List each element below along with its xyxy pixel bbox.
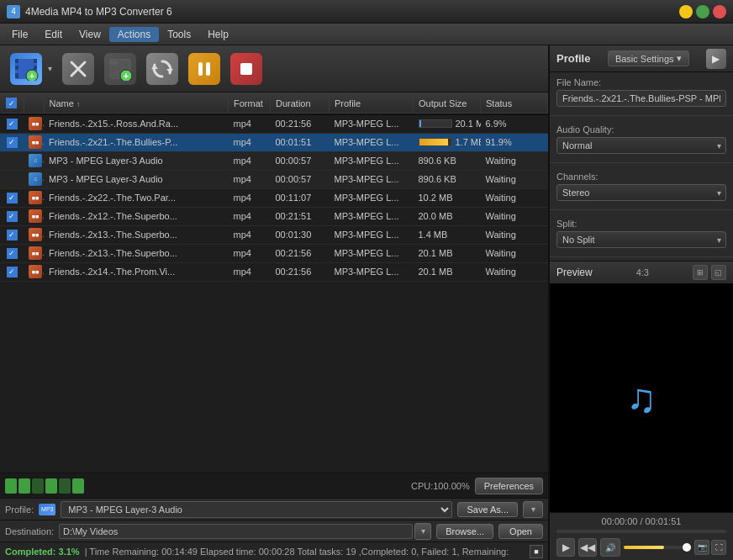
preview-icon-1[interactable]: ⊞ — [693, 265, 708, 280]
seek-bar[interactable] — [556, 530, 726, 533]
volume-fill — [624, 546, 664, 549]
file-size: 890.6 KB — [414, 170, 481, 188]
music-note-icon: ♫ — [626, 375, 657, 421]
menu-tools[interactable]: Tools — [159, 27, 199, 42]
table-row[interactable]: ■■ Friends.-.2x14.-.The.Prom.Vi... mp4 0… — [0, 262, 548, 281]
preview-ratio: 4:3 — [636, 267, 649, 277]
file-profile: MP3-MPEG L... — [330, 225, 414, 244]
destination-input[interactable] — [59, 524, 413, 539]
file-profile: MP3-MPEG L... — [330, 151, 414, 170]
file-name-input[interactable] — [556, 90, 726, 107]
row-checkbox[interactable] — [7, 248, 18, 259]
menu-view[interactable]: View — [71, 27, 109, 42]
volume-knob — [683, 543, 691, 552]
table-row[interactable]: ■■ Friends.-.2x13.-.The.Superbo... mp4 0… — [0, 225, 548, 244]
next-button[interactable]: ▶ — [706, 49, 726, 69]
browse-button[interactable]: Browse... — [436, 524, 493, 539]
table-row[interactable]: ♫ MP3 - MPEG Layer-3 Audio mp4 00:00:57 … — [0, 151, 548, 170]
status-detail-icon[interactable]: ■ — [530, 545, 543, 558]
file-profile: MP3-MPEG L... — [330, 262, 414, 281]
select-all-checkbox[interactable] — [6, 98, 17, 108]
svg-marker-16 — [166, 69, 173, 73]
preferences-button[interactable]: Preferences — [475, 478, 543, 494]
play-button[interactable]: ▶ — [556, 538, 575, 557]
svg-text:+: + — [124, 71, 129, 81]
header-check[interactable] — [0, 92, 24, 114]
table-row[interactable]: ■■ Friends.-.2x15.-.Ross.And.Ra... mp4 0… — [0, 114, 548, 133]
profile-dropdown[interactable]: ▾ — [523, 501, 543, 518]
header-size[interactable]: Output Size — [414, 92, 481, 114]
file-profile: MP3-MPEG L... — [330, 188, 414, 207]
svg-rect-2 — [34, 59, 37, 63]
basic-settings-button[interactable]: Basic Settings ▾ — [608, 50, 689, 66]
file-status: Waiting — [481, 188, 548, 207]
file-icon: ■■ — [29, 117, 42, 130]
table-row[interactable]: ■■ Friends.-.2x22.-.The.Two.Par... mp4 0… — [0, 188, 548, 207]
audio-quality-label: Audio Quality: — [556, 124, 726, 135]
menu-help[interactable]: Help — [199, 27, 237, 42]
menu-actions[interactable]: Actions — [109, 27, 159, 42]
table-header: Name ↑ Format Duration Profile Output Si… — [0, 92, 548, 114]
table-row[interactable]: ■■ Friends.-.2x13.-.The.Superbo... mp4 0… — [0, 244, 548, 262]
save-as-button[interactable]: Save As... — [457, 502, 518, 517]
convert-button[interactable] — [143, 50, 182, 88]
menu-file[interactable]: File — [3, 27, 36, 42]
minimize-button[interactable] — [679, 5, 693, 18]
file-profile: MP3-MPEG L... — [330, 133, 414, 151]
row-checkbox[interactable] — [7, 267, 18, 277]
split-select[interactable]: No Split By Size By Time — [556, 231, 726, 248]
status-text: | Time Remaining: 00:14:49 Elapsed time:… — [85, 547, 525, 557]
row-checkbox[interactable] — [7, 119, 18, 129]
add-folder-button[interactable]: + — [101, 50, 140, 88]
header-status[interactable]: Status — [481, 92, 548, 114]
row-checkbox[interactable] — [7, 137, 18, 148]
table-row[interactable]: ■■ Friends.-.2x21.-.The.Bullies-P... mp4… — [0, 133, 548, 151]
channels-select[interactable]: Stereo Mono Joint Stereo — [556, 184, 726, 201]
pause-button[interactable] — [185, 50, 224, 88]
row-checkbox[interactable] — [7, 193, 18, 203]
stop-icon — [230, 53, 262, 85]
close-button[interactable] — [713, 5, 726, 18]
app-title: 4Media MP4 to MP3 Converter 6 — [25, 6, 679, 18]
volume-icon[interactable]: 🔊 — [600, 538, 620, 557]
open-button[interactable]: Open — [498, 524, 543, 539]
snapshot-button[interactable]: 📷 — [694, 540, 709, 555]
header-duration[interactable]: Duration — [271, 92, 330, 114]
header-profile[interactable]: Profile — [330, 92, 414, 114]
svg-rect-4 — [34, 66, 37, 70]
menu-edit[interactable]: Edit — [36, 27, 71, 42]
add-file-button[interactable]: + — [7, 50, 45, 88]
header-name[interactable]: Name ↑ — [44, 92, 229, 114]
file-size: 20.1 MB — [414, 114, 481, 133]
file-size: 20.0 MB — [414, 207, 481, 225]
bottom-progress: CPU:100.00% Preferences — [0, 473, 548, 498]
status-bar: Completed: 3.1% | Time Remaining: 00:14:… — [0, 542, 548, 560]
mini-bar-2 — [18, 478, 30, 494]
preview-controls: 00:00:00 / 00:01:51 ▶ ◀◀ 🔊 📷 ⛶ — [550, 512, 733, 560]
file-list-container[interactable]: Name ↑ Format Duration Profile Output Si… — [0, 92, 548, 473]
fullscreen-button[interactable]: ⛶ — [711, 540, 726, 555]
row-checkbox[interactable] — [7, 211, 18, 222]
profile-select[interactable]: MP3 - MPEG Layer-3 Audio — [61, 501, 452, 518]
remove-button[interactable] — [59, 50, 98, 88]
add-file-dropdown[interactable]: ▾ — [44, 62, 55, 75]
maximize-button[interactable] — [696, 5, 709, 18]
volume-slider[interactable] — [624, 546, 691, 549]
prev-frame-button[interactable]: ◀◀ — [578, 538, 597, 557]
audio-quality-select[interactable]: Normal High Low Custom — [556, 137, 726, 154]
table-row[interactable]: ■■ Friends.-.2x12.-.The.Superbo... mp4 0… — [0, 207, 548, 225]
channels-select-wrap: Stereo Mono Joint Stereo — [556, 184, 726, 201]
file-icon: ■■ — [29, 265, 42, 278]
header-format[interactable]: Format — [229, 92, 271, 114]
row-checkbox[interactable] — [7, 230, 18, 240]
add-file-icon: + — [10, 53, 42, 85]
stop-button[interactable] — [227, 50, 266, 88]
table-row[interactable]: ♫ MP3 - MPEG Layer-3 Audio mp4 00:00:57 … — [0, 170, 548, 188]
preview-icon-2[interactable]: ◱ — [711, 265, 726, 280]
destination-label: Destination: — [5, 526, 54, 536]
pause-icon — [188, 53, 220, 85]
destination-dropdown[interactable]: ▾ — [414, 523, 431, 540]
mini-progress-bars — [5, 478, 84, 494]
mini-bar-5 — [59, 478, 71, 494]
file-format: mp4 — [229, 170, 271, 188]
